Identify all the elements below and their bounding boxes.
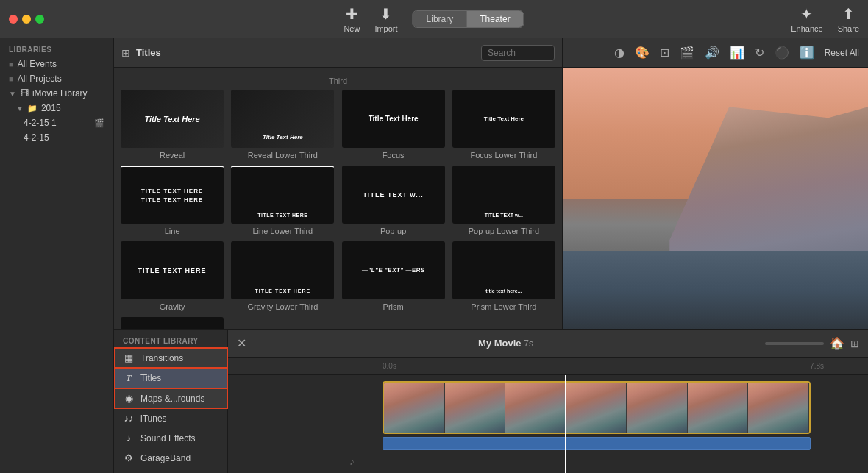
cl-item-transitions[interactable]: ▦ Transitions bbox=[114, 348, 227, 368]
title-item-popup[interactable]: TITLE TEXT w... Pop-up bbox=[341, 166, 446, 235]
content-library: CONTENT LIBRARY ▦ Transitions T Titles ◉… bbox=[114, 330, 228, 473]
title-thumb-line: TITLE TEXT HERETITLE TEXT HERE bbox=[121, 166, 224, 224]
video-track-inner bbox=[384, 383, 809, 433]
title-thumb-focus: Title Text Here bbox=[342, 90, 445, 148]
title-item-reveal[interactable]: Title Text Here Reveal bbox=[120, 90, 224, 160]
title-item-reveal-lower-third[interactable]: Title Text Here Reveal Lower Third bbox=[230, 90, 335, 160]
title-item-popup-lower-third[interactable]: TITLE TEXT w... Pop-up Lower Third bbox=[452, 166, 556, 235]
bottom-area: CONTENT LIBRARY ▦ Transitions T Titles ◉… bbox=[114, 329, 868, 473]
title-thumb-line-lower: TITLE TEXT HERE bbox=[231, 166, 334, 224]
audio-track[interactable] bbox=[383, 437, 811, 450]
plus-icon: ✚ bbox=[346, 5, 358, 23]
traffic-lights bbox=[9, 15, 44, 24]
title-grid-row2: TITLE TEXT HERETITLE TEXT HERE Line TITL… bbox=[120, 166, 556, 235]
import-label: Import bbox=[374, 24, 397, 33]
chart-button[interactable]: 📊 bbox=[730, 46, 744, 60]
close-button[interactable] bbox=[9, 15, 18, 24]
playhead bbox=[565, 375, 566, 473]
title-item-none[interactable]: Title None bbox=[120, 317, 224, 329]
color-button[interactable]: 🎨 bbox=[635, 46, 650, 60]
info-button[interactable]: ℹ️ bbox=[800, 46, 814, 60]
video-frame-7 bbox=[748, 383, 809, 433]
share-button[interactable]: ⬆ Share bbox=[838, 5, 859, 33]
video-frame-2 bbox=[445, 383, 506, 433]
home-icon: 🏠 bbox=[830, 336, 844, 350]
all-events-label: All Events bbox=[18, 59, 57, 69]
title-item-prism[interactable]: —"L"E "EXT" —ERS Prism bbox=[341, 241, 446, 311]
library-button[interactable]: Library bbox=[413, 11, 467, 27]
preview-toolbar: ◑ 🎨 ⊡ 🎬 🔊 📊 ↻ ⚫ ℹ️ Reset All bbox=[563, 38, 868, 68]
zoom-slider[interactable] bbox=[765, 342, 824, 345]
new-button[interactable]: ✚ New bbox=[344, 5, 360, 33]
title-bar-right: ✦ Enhance ⬆ Share bbox=[791, 5, 859, 33]
title-item-gravity[interactable]: TITLE TEXT HERE Gravity bbox=[120, 241, 224, 311]
timeline-track-area[interactable]: ♪ bbox=[228, 375, 868, 473]
sidebar-item-project-2[interactable]: 4-2-15 bbox=[0, 130, 113, 145]
cl-label-titles: Titles bbox=[140, 373, 161, 383]
share-label: Share bbox=[838, 24, 859, 33]
preview-video bbox=[563, 68, 868, 329]
sidebar-item-2015[interactable]: ▼ 📁 2015 bbox=[0, 101, 113, 115]
cl-item-sound-effects[interactable]: ♪ Sound Effects bbox=[114, 428, 227, 448]
title-item-focus[interactable]: Title Text Here Focus bbox=[341, 90, 446, 160]
grid-view-button[interactable]: ⊞ bbox=[850, 338, 859, 349]
enhance-button[interactable]: ✦ Enhance bbox=[791, 5, 822, 33]
timeline-header: ✕ My Movie 7s 🏠 ⊞ bbox=[228, 330, 868, 358]
ruler-start: 0.0s bbox=[383, 362, 396, 370]
cl-item-garageband[interactable]: ⚙ GarageBand bbox=[114, 448, 227, 468]
sidebar-item-imovie-library[interactable]: ▼ 🎞 iMovie Library bbox=[0, 86, 113, 101]
cl-item-itunes[interactable]: ♪♪ iTunes bbox=[114, 408, 227, 428]
camera-button[interactable]: 🎬 bbox=[680, 46, 694, 60]
import-button[interactable]: ⬇ Import bbox=[374, 5, 397, 33]
theater-button[interactable]: Theater bbox=[466, 11, 523, 27]
browser-title: Titles bbox=[136, 47, 475, 58]
color-balance-button[interactable]: ◑ bbox=[614, 46, 625, 60]
browser-content[interactable]: Third Title Text Here Reveal Title Text … bbox=[114, 68, 562, 329]
timeline-close-button[interactable]: ✕ bbox=[237, 336, 246, 350]
cl-item-titles[interactable]: T Titles bbox=[114, 368, 227, 388]
video-track[interactable] bbox=[383, 381, 811, 434]
title-thumb-gravity-lower: TITLE TEXT HERE bbox=[231, 241, 334, 299]
title-grid-row1: Title Text Here Reveal Title Text Here R… bbox=[120, 90, 556, 160]
noise-button[interactable]: ⚫ bbox=[775, 46, 789, 60]
crop-button[interactable]: ⊡ bbox=[660, 46, 669, 60]
year-2015-label: 2015 bbox=[41, 103, 61, 113]
title-item-line[interactable]: TITLE TEXT HERETITLE TEXT HERE Line bbox=[120, 166, 224, 235]
title-item-prism-lower-third[interactable]: title text here... Prism Lower Third bbox=[452, 241, 556, 311]
content-area: ⊞ Titles Third Title Text Here Reveal bbox=[114, 38, 868, 473]
title-thumb-reveal: Title Text Here bbox=[121, 90, 224, 148]
title-thumb-focus-lower: Title Text Here bbox=[452, 90, 555, 148]
title-item-gravity-lower-third[interactable]: TITLE TEXT HERE Gravity Lower Third bbox=[230, 241, 335, 311]
cl-label-transitions: Transitions bbox=[140, 353, 183, 363]
reset-all-button[interactable]: Reset All bbox=[825, 48, 859, 58]
preview-panel: ◑ 🎨 ⊡ 🎬 🔊 📊 ↻ ⚫ ℹ️ Reset All bbox=[563, 38, 868, 329]
title-item-focus-lower-third[interactable]: Title Text Here Focus Lower Third bbox=[452, 90, 556, 160]
video-frame-3 bbox=[505, 383, 566, 433]
top-content: ⊞ Titles Third Title Text Here Reveal bbox=[114, 38, 868, 329]
stabilize-button[interactable]: ↻ bbox=[755, 46, 764, 60]
browser-toolbar: ⊞ Titles bbox=[114, 38, 562, 68]
minimize-button[interactable] bbox=[22, 15, 31, 24]
sidebar-item-project-1[interactable]: 4-2-15 1 🎬 bbox=[0, 115, 113, 130]
title-bar: ✚ New ⬇ Import Library Theater ✦ Enhance… bbox=[0, 0, 868, 38]
sidebar-item-all-events[interactable]: ■ All Events bbox=[0, 57, 113, 71]
ruler-end: 7.8s bbox=[810, 362, 824, 370]
grid-toggle-button[interactable]: ⊞ bbox=[121, 47, 130, 59]
maximize-button[interactable] bbox=[35, 15, 44, 24]
audio-button[interactable]: 🔊 bbox=[705, 46, 719, 60]
title-item-line-lower-third[interactable]: TITLE TEXT HERE Line Lower Third bbox=[230, 166, 335, 235]
title-grid-row4: Title None bbox=[120, 317, 556, 329]
libraries-header: LIBRARIES bbox=[0, 38, 113, 57]
import-icon: ⬇ bbox=[380, 5, 392, 23]
sidebar-item-all-projects[interactable]: ■ All Projects bbox=[0, 71, 113, 86]
title-grid-row3: TITLE TEXT HERE Gravity TITLE TEXT HERE … bbox=[120, 241, 556, 311]
imovie-library-label: iMovie Library bbox=[32, 88, 88, 99]
search-input[interactable] bbox=[481, 45, 555, 61]
cl-label-garageband: GarageBand bbox=[140, 453, 191, 463]
title-thumb-prism-lower: title text here... bbox=[452, 241, 555, 299]
cl-label-sound-effects: Sound Effects bbox=[140, 433, 196, 444]
cl-item-maps[interactable]: ◉ Maps &...rounds bbox=[114, 388, 227, 408]
mountain-base bbox=[563, 251, 868, 330]
cl-label-maps: Maps &...rounds bbox=[140, 394, 204, 404]
timeline-area: ✕ My Movie 7s 🏠 ⊞ 0.0s 7.8s bbox=[228, 330, 868, 473]
